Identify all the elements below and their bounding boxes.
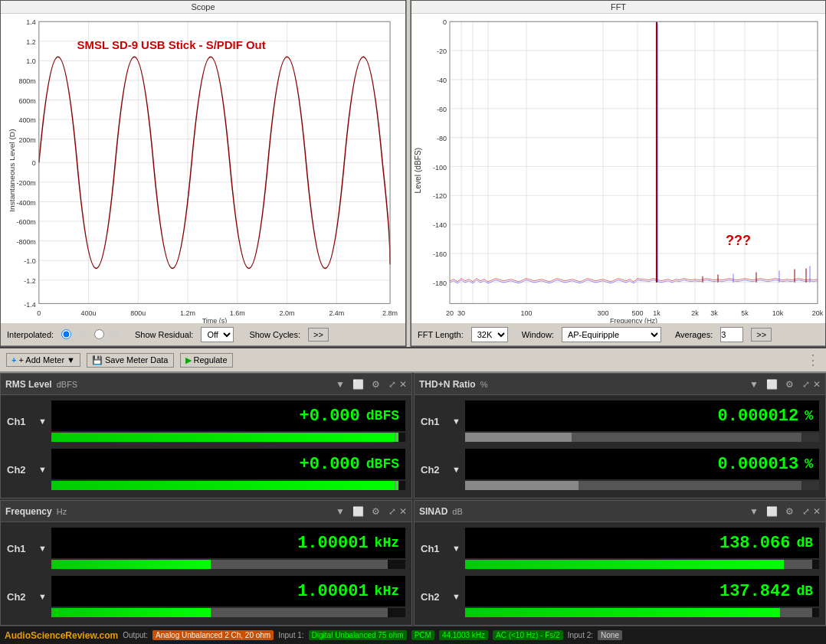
- interpolated-radio-on[interactable]: On: [61, 329, 87, 340]
- svg-text:2.0m: 2.0m: [280, 309, 295, 317]
- freq-ch2-meter: 1.00001 kHz: [51, 576, 405, 617]
- svg-text:20k: 20k: [812, 309, 824, 317]
- rms-expand-btn[interactable]: ⬜: [350, 378, 366, 391]
- rms-ch2-display: +0.000 dBFS: [51, 449, 405, 479]
- rms-ch2-label: Ch2: [7, 464, 34, 476]
- rate-value: 44.1003 kHz: [439, 630, 488, 640]
- rms-controls: ▼ ⬜ ⚙ ⤢ ✕: [333, 378, 407, 391]
- window-select[interactable]: AP-Equiripple: [562, 327, 661, 342]
- sinad-close-btn[interactable]: ✕: [813, 506, 821, 517]
- regulate-button[interactable]: ▶ Regulate: [180, 353, 233, 368]
- interpolated-radio-off[interactable]: Off: [94, 329, 120, 340]
- thd-ch2-dropdown[interactable]: ▼: [452, 465, 461, 474]
- averages-input[interactable]: [720, 327, 743, 342]
- sinad-ch2-dropdown[interactable]: ▼: [452, 592, 461, 601]
- rms-header: RMS Level dBFS ▼ ⬜ ⚙ ⤢ ✕: [1, 374, 411, 395]
- thd-maximize-btn[interactable]: ⤢: [802, 379, 810, 390]
- svg-rect-51: [411, 14, 825, 323]
- svg-text:-200m: -200m: [16, 179, 35, 187]
- thd-ch1-dropdown[interactable]: ▼: [452, 417, 461, 426]
- svg-text:Level (dBFS): Level (dBFS): [414, 148, 422, 194]
- freq-ch2-bar-fill: [51, 608, 211, 617]
- thd-ch2-unit: %: [805, 456, 813, 472]
- averages-btn[interactable]: >>: [751, 328, 772, 342]
- sinad-ch1-bar-fill: [465, 560, 784, 569]
- thd-dropdown-btn[interactable]: ▼: [747, 378, 761, 391]
- freq-dropdown-btn[interactable]: ▼: [333, 505, 347, 518]
- rms-ch1-dropdown[interactable]: ▼: [38, 417, 47, 426]
- svg-text:Frequency (Hz): Frequency (Hz): [610, 317, 657, 323]
- freq-maximize-btn[interactable]: ⤢: [388, 506, 396, 517]
- regulate-icon: ▶: [185, 355, 192, 365]
- rms-ch1-bar: [51, 433, 405, 442]
- freq-title: Frequency: [5, 506, 52, 517]
- show-residual-select[interactable]: Off: [201, 327, 234, 342]
- fft-length-label: FFT Length:: [418, 330, 464, 339]
- freq-ch1-unit: kHz: [375, 535, 399, 551]
- rms-ch2-bar: [51, 481, 405, 490]
- freq-expand-btn[interactable]: ⬜: [350, 505, 366, 518]
- thd-settings-btn[interactable]: ⚙: [783, 378, 796, 391]
- sinad-ch1-label: Ch1: [421, 543, 447, 554]
- svg-text:-600m: -600m: [16, 218, 35, 226]
- save-meter-button[interactable]: 💾 Save Meter Data: [87, 353, 174, 368]
- thd-title: THD+N Ratio: [419, 379, 476, 390]
- freq-unit: Hz: [57, 507, 67, 516]
- fft-graph-content: Level (dBFS): [411, 14, 825, 323]
- thd-ch2-display: 0.000013 %: [465, 449, 819, 479]
- sinad-ch1-bar: [465, 560, 819, 569]
- interpolated-on-radio[interactable]: [61, 329, 71, 339]
- add-meter-label: + Add Meter: [18, 355, 64, 364]
- svg-text:0: 0: [32, 159, 36, 167]
- sinad-ch1-value: 138.066: [719, 534, 790, 553]
- sinad-controls: ▼ ⬜ ⚙ ⤢ ✕: [747, 505, 821, 518]
- thd-ch1-meter: 0.000012 %: [465, 400, 819, 442]
- input2-value: None: [598, 630, 622, 640]
- interpolated-off-radio[interactable]: [94, 329, 104, 339]
- freq-ch1-value: 1.00001: [297, 534, 368, 553]
- meters-section: RMS Level dBFS ▼ ⬜ ⚙ ⤢ ✕ Ch1 ▼ +0.: [0, 373, 826, 626]
- svg-text:1.2m: 1.2m: [180, 309, 195, 317]
- svg-text:1.6m: 1.6m: [230, 309, 245, 317]
- sinad-settings-btn[interactable]: ⚙: [783, 505, 796, 518]
- scope-graph-content: Instantaneous Level (D): [1, 14, 405, 323]
- add-meter-button[interactable]: + + Add Meter ▼: [6, 353, 80, 367]
- rms-close-btn[interactable]: ✕: [399, 379, 407, 390]
- thd-ch1-label: Ch1: [421, 416, 447, 427]
- svg-text:-100: -100: [433, 163, 447, 171]
- thd-expand-btn[interactable]: ⬜: [764, 378, 780, 391]
- pcm-value: PCM: [411, 630, 434, 640]
- save-icon: 💾: [92, 355, 103, 365]
- rms-settings-btn[interactable]: ⚙: [369, 378, 382, 391]
- rms-maximize-btn[interactable]: ⤢: [388, 379, 396, 390]
- sinad-ch2-label: Ch2: [421, 591, 447, 603]
- svg-text:-1.0: -1.0: [24, 257, 35, 265]
- fft-length-select[interactable]: 32K: [471, 327, 508, 342]
- svg-text:-20: -20: [437, 47, 447, 55]
- svg-text:2k: 2k: [691, 309, 699, 317]
- sinad-ch2-bar: [465, 608, 819, 617]
- sinad-ch1-dropdown[interactable]: ▼: [452, 544, 461, 553]
- show-cycles-btn[interactable]: >>: [308, 328, 329, 342]
- rms-dropdown-btn[interactable]: ▼: [333, 378, 347, 391]
- freq-settings-btn[interactable]: ⚙: [369, 505, 382, 518]
- rms-body: Ch1 ▼ +0.000 dBFS Ch2: [1, 395, 411, 498]
- sinad-unit: dB: [452, 507, 462, 516]
- freq-ch2-dropdown[interactable]: ▼: [38, 592, 47, 601]
- thd-unit: %: [480, 380, 488, 389]
- rms-level-panel: RMS Level dBFS ▼ ⬜ ⚙ ⤢ ✕ Ch1 ▼ +0.: [0, 373, 412, 499]
- rms-ch2-dropdown[interactable]: ▼: [38, 465, 47, 474]
- freq-ch1-dropdown[interactable]: ▼: [38, 544, 47, 553]
- rms-ch1-bar-fill: [51, 433, 398, 442]
- svg-text:800m: 800m: [18, 77, 35, 85]
- svg-text:100: 100: [520, 309, 532, 317]
- svg-text:400u: 400u: [81, 309, 97, 317]
- sinad-ch2-value: 137.842: [719, 582, 790, 601]
- sinad-dropdown-btn[interactable]: ▼: [747, 505, 761, 518]
- fft-title-text: FFT: [611, 2, 626, 11]
- sinad-expand-btn[interactable]: ⬜: [764, 505, 780, 518]
- sinad-maximize-btn[interactable]: ⤢: [802, 506, 810, 517]
- thd-close-btn[interactable]: ✕: [813, 379, 821, 390]
- status-logo: AudioScienceReview.com: [5, 630, 118, 641]
- freq-close-btn[interactable]: ✕: [399, 506, 407, 517]
